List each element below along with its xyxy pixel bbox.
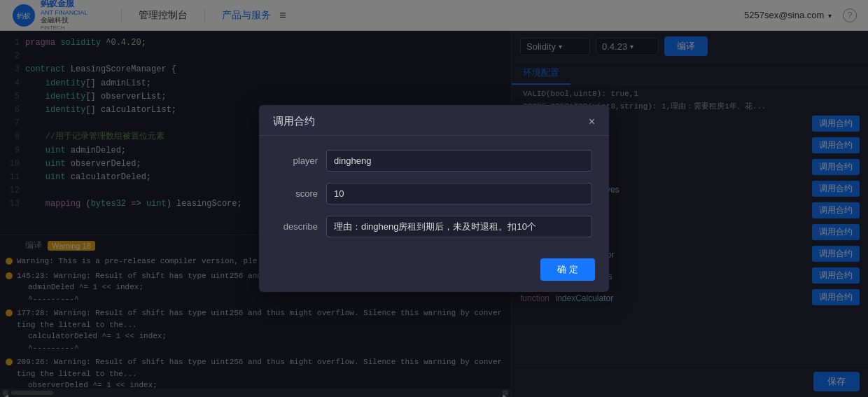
describe-label: describe [276, 221, 318, 232]
score-input[interactable] [326, 183, 592, 204]
modal-body: player score describe [259, 136, 609, 251]
close-icon[interactable]: × [589, 116, 595, 127]
call-contract-modal: 调用合约 × player score describe 确 定 [259, 105, 609, 292]
modal-footer: 确 定 [259, 251, 609, 292]
score-label: score [276, 188, 318, 199]
form-row-player: player [276, 150, 592, 172]
describe-input[interactable] [326, 216, 592, 237]
player-label: player [276, 155, 318, 166]
player-input[interactable] [326, 150, 592, 172]
confirm-button[interactable]: 确 定 [540, 258, 595, 281]
modal-overlay[interactable]: 调用合约 × player score describe 确 定 [0, 0, 868, 397]
modal-title: 调用合约 [273, 115, 315, 128]
form-row-score: score [276, 183, 592, 204]
modal-header: 调用合约 × [259, 105, 609, 136]
form-row-describe: describe [276, 216, 592, 237]
